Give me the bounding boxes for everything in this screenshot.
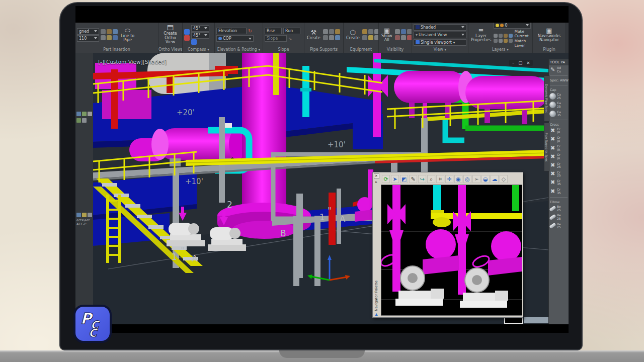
tool-icon[interactable] xyxy=(82,118,87,123)
rise-field[interactable]: Rise xyxy=(265,28,282,34)
compass-blue-icon[interactable] xyxy=(184,29,190,35)
tool-icon[interactable] xyxy=(494,34,498,38)
redline-icon[interactable]: ✎ xyxy=(409,175,417,183)
tool-icon[interactable] xyxy=(76,213,81,217)
panel-label[interactable]: Layers ▾ xyxy=(468,47,532,53)
fly-icon[interactable]: ➢ xyxy=(472,175,480,183)
tool-icon[interactable] xyxy=(509,34,513,38)
match-layer-button[interactable]: Match Layer xyxy=(514,39,531,47)
tool-icon[interactable] xyxy=(101,29,106,34)
named-view-dropdown[interactable]: ▾Unsaved View xyxy=(414,32,466,38)
palette-item-cross[interactable]: ✖Cr (R xyxy=(549,144,569,152)
tool-icon[interactable] xyxy=(107,29,112,34)
panel-label[interactable]: Compass ▾ xyxy=(183,47,214,53)
palette-item-elbow[interactable]: Be 25 xyxy=(549,204,569,213)
tool-icon[interactable] xyxy=(494,39,498,43)
show-all-button[interactable]: ▣Show All xyxy=(380,27,393,43)
tool-icon[interactable] xyxy=(374,29,378,34)
routing-icon[interactable]: ↻ xyxy=(248,28,252,34)
tool-icon[interactable] xyxy=(335,35,340,40)
tool-icon[interactable] xyxy=(362,35,367,40)
tool-icon[interactable] xyxy=(504,39,508,43)
close-button[interactable]: ✕ xyxy=(526,60,530,65)
pan-icon[interactable]: ✛ xyxy=(445,175,453,183)
tool-icon[interactable] xyxy=(395,35,400,40)
free-orbit-icon[interactable]: ◎ xyxy=(463,175,471,183)
layer-dropdown[interactable]: 0 xyxy=(494,23,531,29)
tool-icon[interactable] xyxy=(395,29,400,34)
tool-icon[interactable] xyxy=(82,213,87,217)
create-pipe-support-button[interactable]: ⚒Create xyxy=(306,29,321,41)
viewport-controls-label[interactable]: [-][Custom View][Shaded] xyxy=(98,59,167,65)
create-ortho-view-button[interactable]: 🗔Create Ortho View xyxy=(160,24,181,45)
compass-toggle-icon[interactable] xyxy=(191,39,197,45)
palette-item-cap[interactable]: Ca 25 xyxy=(549,92,569,101)
run-field[interactable]: Run xyxy=(283,28,300,34)
palette-item-cross[interactable]: ✖Cr (R xyxy=(549,152,569,161)
compass-red-icon[interactable] xyxy=(184,35,190,41)
tool-icon[interactable] xyxy=(499,39,503,43)
palette-item-cross[interactable]: ✖Cr 25 xyxy=(549,170,569,178)
zoom-window-icon[interactable]: ⌗ xyxy=(436,175,444,183)
select-icon[interactable]: ➤ xyxy=(391,175,399,183)
elevation-field[interactable]: Elevation xyxy=(216,28,247,34)
palette-item-cross[interactable]: ✖Cr 35 xyxy=(549,178,569,187)
make-current-button[interactable]: Make Current xyxy=(514,29,531,38)
minimize-button[interactable]: – xyxy=(512,60,514,65)
orbit-icon[interactable]: ◉ xyxy=(454,175,462,183)
palette-item-cross[interactable]: ✖Cr (R xyxy=(549,127,569,135)
palette-item-cap[interactable]: Ca 35 xyxy=(549,110,569,118)
tool-icon[interactable] xyxy=(76,118,81,123)
tab-dynamic-pipe-spec[interactable]: Dynamic Pipe Spec xyxy=(544,75,549,122)
tool-icon[interactable] xyxy=(368,29,373,34)
tool-icon[interactable] xyxy=(88,112,92,116)
tool-icon[interactable] xyxy=(88,213,92,217)
tool-icon[interactable] xyxy=(401,29,406,34)
close-icon[interactable]: ✕ xyxy=(374,173,379,179)
tool-icon[interactable] xyxy=(362,29,367,34)
panel-label[interactable]: Elevation & Routing ▾ xyxy=(215,47,263,53)
tool-icon[interactable] xyxy=(401,35,406,40)
tolerance-angle-dropdown[interactable]: 45° xyxy=(191,32,209,39)
slope-field[interactable]: Slope xyxy=(265,35,287,42)
tool-icon[interactable] xyxy=(499,34,503,38)
palette-item-add[interactable]: ✎Ad Cu xyxy=(549,65,569,74)
tool-icon[interactable] xyxy=(323,35,328,40)
pin-icon[interactable]: ▸ xyxy=(375,180,377,184)
tool-icon[interactable] xyxy=(407,35,412,40)
palette-item-elbow[interactable]: Be 25 xyxy=(549,213,569,221)
tool-icon[interactable] xyxy=(368,35,373,40)
zoom-icon[interactable]: ⌕ xyxy=(427,175,435,183)
viewport-config-dropdown[interactable]: Single viewport ▾ xyxy=(414,39,466,46)
tool-icon[interactable] xyxy=(113,29,118,34)
palette-item-cross[interactable]: ✖Cr 25 xyxy=(549,161,569,170)
maximize-button[interactable]: □ xyxy=(518,60,522,65)
tool-icon[interactable] xyxy=(335,29,340,34)
tool-icon[interactable] xyxy=(107,35,112,40)
layer-properties-button[interactable]: ≡Layer Properties xyxy=(470,27,492,43)
create-equipment-button[interactable]: ⬡Create xyxy=(345,29,361,41)
select-box-icon[interactable]: ◩ xyxy=(400,175,408,183)
tool-palette-title[interactable]: TOOL PA xyxy=(549,59,569,65)
snap-angle-dropdown[interactable]: 45° xyxy=(191,25,209,32)
tool-icon[interactable] xyxy=(407,29,412,34)
line-to-pipe-button[interactable]: ⬭Line to Pipe xyxy=(120,27,135,43)
cloud-icon[interactable]: ☁ xyxy=(491,175,499,183)
palette-item-cap[interactable]: Ca 25 xyxy=(549,101,569,109)
navigator-view[interactable] xyxy=(381,185,522,316)
palette-item-cross[interactable]: ✖Cr (R xyxy=(549,135,569,144)
tool-icon[interactable] xyxy=(329,35,334,40)
tool-icon[interactable] xyxy=(82,112,87,116)
panel-label[interactable]: View ▾ xyxy=(412,47,468,53)
return-icon[interactable]: ↪ xyxy=(418,175,426,183)
palette-item-cross[interactable]: ✖Cr 35 xyxy=(549,187,569,196)
tool-icon[interactable] xyxy=(509,39,513,43)
tool-icon[interactable] xyxy=(101,35,106,40)
navisworks-navigator-button[interactable]: ▣Navisworks Navigator xyxy=(537,27,562,43)
tool-icon[interactable] xyxy=(504,34,508,38)
look-icon[interactable]: ◒ xyxy=(481,175,490,183)
section-icon[interactable]: ◇ xyxy=(500,175,508,183)
tool-icon[interactable] xyxy=(76,112,81,116)
cop-dropdown[interactable]: COP xyxy=(216,35,254,42)
tool-icon[interactable] xyxy=(113,35,118,40)
